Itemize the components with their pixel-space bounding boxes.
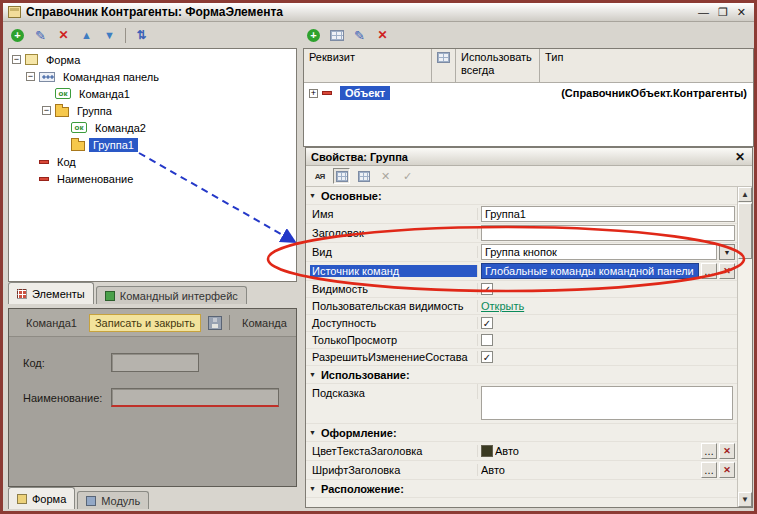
scrollbar[interactable]: ▲ ▼ [737, 187, 752, 507]
vid-dropdown-value[interactable]: Группа кнопок [481, 244, 717, 260]
property-label: ШрифтЗаголовка [310, 464, 478, 476]
elements-tree: − Форма − Командная панель ок Команда1 −… [8, 48, 297, 282]
property-label: Заголовок [310, 227, 478, 239]
move-down-button[interactable]: ▼ [100, 26, 119, 44]
preview-button-komanda1[interactable]: Команда1 [21, 315, 82, 331]
tab-modul[interactable]: Модуль [77, 491, 149, 509]
scrollbar-track[interactable] [738, 260, 752, 492]
command-interface-icon [105, 291, 115, 301]
section-raspolozhenie[interactable]: ▼ Расположение: [306, 480, 737, 498]
pencil-icon: ✎ [35, 28, 46, 43]
tab-elementy[interactable]: Элементы [8, 282, 94, 304]
app-icon[interactable] [8, 6, 21, 18]
section-ispolzovanie[interactable]: ▼ Использование: [306, 366, 737, 384]
reorder-button[interactable]: ⇅ [132, 26, 151, 44]
razreshit-checkbox[interactable]: ✓ [481, 351, 493, 363]
properties-panel: Свойства: Группа ✕ АЯ ✕ ✓ ▼ Основные: Им… [305, 147, 753, 508]
scrollbar-down-button[interactable]: ▼ [738, 492, 752, 507]
tree-item-naimenovanie[interactable]: Наименование [9, 170, 296, 187]
color-value[interactable]: Авто [495, 445, 699, 457]
podskazka-textarea[interactable] [481, 386, 733, 420]
tree-item-label: Группа [73, 104, 116, 118]
ellipsis-button[interactable]: … [701, 263, 717, 279]
close-button[interactable]: ✕ [737, 6, 746, 19]
elements-icon [17, 289, 27, 299]
tree-item-komandnaya-panel[interactable]: − Командная панель [9, 68, 296, 85]
istochnik-komand-value[interactable]: Глобальные команды командной панели [481, 263, 699, 279]
property-row-imya: Имя Группа1 [306, 205, 737, 224]
edit-button[interactable]: ✎ [31, 26, 50, 44]
table-button[interactable] [327, 26, 346, 44]
collapse-icon[interactable]: − [26, 72, 35, 81]
delete-button[interactable]: ✕ [54, 26, 73, 44]
naimenovanie-input[interactable] [111, 388, 279, 407]
delete-attribute-button[interactable]: ✕ [373, 26, 392, 44]
tree-item-label: Наименование [53, 172, 137, 186]
minimize-button[interactable]: — [698, 6, 709, 19]
tab-forma[interactable]: Форма [8, 487, 75, 509]
properties-close-button[interactable]: ✕ [733, 150, 747, 164]
vidimost-checkbox[interactable]: ✓ [481, 283, 493, 295]
tree-item-label: Команда1 [75, 87, 134, 101]
preview-button-zapisat-i-zakryt[interactable]: Записать и закрыть [89, 314, 201, 332]
property-label-selected: Источник команд [310, 265, 478, 277]
otkryt-link[interactable]: Открыть [481, 300, 524, 312]
chevron-down-icon: ▼ [724, 249, 731, 256]
scrollbar-thumb[interactable] [738, 203, 752, 259]
clear-button[interactable]: ✕ [719, 263, 735, 279]
save-icon[interactable] [208, 316, 222, 330]
dostupnost-checkbox[interactable]: ✓ [481, 317, 493, 329]
quick-select-button[interactable] [355, 168, 372, 184]
tree-item-gruppa1[interactable]: Группа1 [9, 136, 296, 153]
ellipsis-button[interactable]: … [701, 443, 717, 459]
section-oformlenie[interactable]: ▼ Оформление: [306, 424, 737, 442]
tolkoprosmotr-checkbox[interactable] [481, 334, 493, 346]
clear-button[interactable]: ✕ [719, 443, 735, 459]
zagolovok-input[interactable] [481, 225, 735, 241]
add-attribute-button[interactable]: + [304, 26, 323, 44]
clear-button[interactable]: ✕ [719, 462, 735, 478]
tab-komandnyj-interfejs[interactable]: Командный интерфейс [96, 286, 247, 304]
property-row-istochnik-komand: Источник команд Глобальные команды коман… [306, 262, 737, 281]
collapse-icon[interactable]: − [42, 106, 51, 115]
view-categories-button[interactable] [333, 168, 350, 184]
scrollbar-up-button[interactable]: ▲ [738, 187, 752, 202]
attributes-toolbar: + ✎ ✕ [304, 24, 392, 46]
imya-input[interactable]: Группа1 [481, 206, 735, 222]
field-label: Наименование: [23, 392, 111, 404]
dropdown-button[interactable]: ▼ [719, 244, 735, 260]
move-up-button[interactable]: ▲ [77, 26, 96, 44]
properties-title-bar: Свойства: Группа ✕ [306, 148, 752, 166]
field-label: Код: [23, 357, 111, 369]
add-button[interactable]: + [8, 26, 27, 44]
tree-item-kod[interactable]: Код [9, 153, 296, 170]
edit-attribute-button[interactable]: ✎ [350, 26, 369, 44]
color-swatch[interactable] [481, 445, 493, 457]
property-label: Пользовательская видимость [310, 300, 478, 312]
tree-item-komanda2[interactable]: ок Команда2 [9, 119, 296, 136]
maximize-button[interactable]: ❐ [718, 6, 728, 19]
collapse-triangle-icon: ▼ [309, 429, 316, 436]
expand-icon[interactable]: + [309, 89, 318, 98]
tree-item-label: Команда2 [91, 121, 150, 135]
property-row-podskazka: Подсказка [306, 384, 737, 424]
collapse-icon[interactable]: − [12, 55, 21, 64]
section-osnovnye[interactable]: ▼ Основные: [306, 187, 737, 205]
sort-alphabetical-button[interactable]: АЯ [311, 168, 328, 184]
bottom-tab-bar: Форма Модуль [8, 487, 297, 509]
property-label: Имя [310, 208, 478, 220]
ellipsis-button[interactable]: … [701, 462, 717, 478]
preview-button-komanda[interactable]: Команда [237, 315, 292, 331]
kod-input[interactable] [111, 353, 199, 372]
tree-item-komanda1[interactable]: ок Команда1 [9, 85, 296, 102]
tree-item-label-selected: Группа1 [89, 138, 138, 152]
property-row-shrift: ШрифтЗаголовка Авто … ✕ [306, 461, 737, 480]
tree-item-forma[interactable]: − Форма [9, 51, 296, 68]
font-value[interactable]: Авто [481, 464, 699, 476]
tree-item-gruppa[interactable]: − Группа [9, 102, 296, 119]
property-row-razreshit-izmenenie: РазрешитьИзменениеСостава ✓ [306, 349, 737, 366]
apply-edit-button[interactable]: ✓ [399, 168, 416, 184]
attribute-row-obyekt[interactable]: + Объект (СправочникОбъект.Контрагенты) [304, 83, 753, 103]
cancel-edit-button[interactable]: ✕ [377, 168, 394, 184]
property-row-zagolovok: Заголовок [306, 224, 737, 243]
